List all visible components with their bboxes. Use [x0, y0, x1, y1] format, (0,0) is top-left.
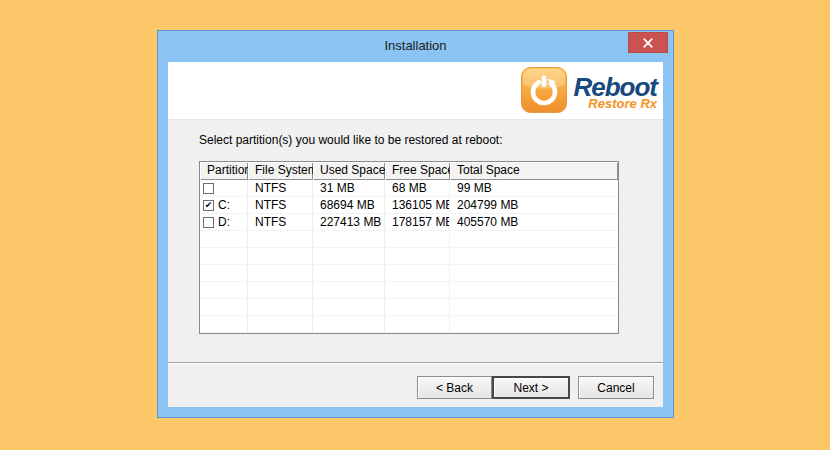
file-system-cell: NTFS: [248, 214, 313, 231]
partition-row[interactable]: NTFS31 MB68 MB99 MB: [200, 180, 618, 197]
empty-cell: [248, 265, 313, 282]
empty-cell: [200, 231, 248, 248]
empty-cell: [200, 316, 248, 333]
empty-cell: [385, 231, 450, 248]
column-header-used-space[interactable]: Used Space: [313, 162, 385, 180]
desktop-background: Installation: [0, 0, 830, 450]
file-system-cell: NTFS: [248, 197, 313, 214]
column-header-free-space[interactable]: Free Space: [385, 162, 450, 180]
empty-cell: [248, 299, 313, 316]
column-header-file-system[interactable]: File System: [248, 162, 313, 180]
empty-row: [200, 265, 618, 282]
empty-cell: [313, 248, 385, 265]
close-button[interactable]: [628, 32, 668, 53]
partition-cell: D:: [200, 214, 248, 231]
partition-row[interactable]: C:NTFS68694 MB136105 MB204799 MB: [200, 197, 618, 214]
cancel-button[interactable]: Cancel: [578, 376, 654, 399]
total-space-cell: 99 MB: [450, 180, 618, 197]
empty-row: [200, 282, 618, 299]
empty-row: [200, 316, 618, 333]
empty-cell: [200, 248, 248, 265]
column-header-total-space[interactable]: Total Space: [450, 162, 618, 180]
partition-label: D:: [218, 214, 230, 230]
window-title: Installation: [158, 31, 673, 61]
installation-window: Installation: [157, 30, 674, 418]
next-button[interactable]: Next >: [492, 376, 570, 399]
empty-cell: [450, 248, 618, 265]
partition-cell: C:: [200, 197, 248, 214]
empty-row: [200, 231, 618, 248]
empty-cell: [313, 231, 385, 248]
table-body: NTFS31 MB68 MB99 MBC:NTFS68694 MB136105 …: [200, 180, 618, 333]
empty-cell: [248, 282, 313, 299]
total-space-cell: 405570 MB: [450, 214, 618, 231]
empty-row: [200, 248, 618, 265]
free-space-cell: 136105 MB: [385, 197, 450, 214]
empty-cell: [248, 248, 313, 265]
used-space-cell: 68694 MB: [313, 197, 385, 214]
empty-cell: [313, 265, 385, 282]
free-space-cell: 178157 MB: [385, 214, 450, 231]
partition-table: Partition File System Used Space Free Sp…: [199, 161, 619, 334]
partition-checkbox[interactable]: [203, 200, 214, 211]
partition-checkbox[interactable]: [203, 217, 214, 228]
partition-checkbox[interactable]: [203, 183, 214, 194]
empty-cell: [385, 265, 450, 282]
dialog-client-area: Reboot Restore Rx Select partition(s) yo…: [168, 62, 663, 407]
close-icon: [643, 38, 653, 48]
partition-cell: [200, 180, 248, 197]
empty-cell: [200, 299, 248, 316]
empty-cell: [248, 231, 313, 248]
empty-cell: [385, 316, 450, 333]
used-space-cell: 31 MB: [313, 180, 385, 197]
empty-cell: [450, 282, 618, 299]
partition-row[interactable]: D:NTFS227413 MB178157 MB405570 MB: [200, 214, 618, 231]
power-restart-icon: [521, 67, 567, 117]
title-bar: Installation: [158, 31, 673, 62]
empty-cell: [200, 282, 248, 299]
empty-cell: [313, 299, 385, 316]
instruction-text: Select partition(s) you would like to be…: [199, 133, 503, 147]
file-system-cell: NTFS: [248, 180, 313, 197]
empty-cell: [450, 265, 618, 282]
wizard-content: Select partition(s) you would like to be…: [168, 120, 663, 407]
free-space-cell: 68 MB: [385, 180, 450, 197]
empty-row: [200, 299, 618, 316]
back-button[interactable]: < Back: [417, 376, 492, 399]
empty-cell: [385, 299, 450, 316]
brand-text: Reboot Restore Rx: [573, 74, 660, 110]
header-banner: Reboot Restore Rx: [168, 62, 663, 120]
empty-cell: [200, 265, 248, 282]
empty-cell: [248, 316, 313, 333]
brand-subtitle: Restore Rx: [588, 97, 657, 110]
empty-cell: [313, 316, 385, 333]
empty-cell: [385, 248, 450, 265]
empty-cell: [450, 231, 618, 248]
empty-cell: [313, 282, 385, 299]
empty-cell: [450, 299, 618, 316]
column-header-partition[interactable]: Partition: [200, 162, 248, 180]
empty-cell: [450, 316, 618, 333]
total-space-cell: 204799 MB: [450, 197, 618, 214]
footer-separator: [168, 362, 663, 364]
app-logo: Reboot Restore Rx: [521, 67, 660, 117]
table-header-row: Partition File System Used Space Free Sp…: [200, 162, 618, 180]
used-space-cell: 227413 MB: [313, 214, 385, 231]
empty-cell: [385, 282, 450, 299]
partition-label: C:: [218, 197, 230, 213]
